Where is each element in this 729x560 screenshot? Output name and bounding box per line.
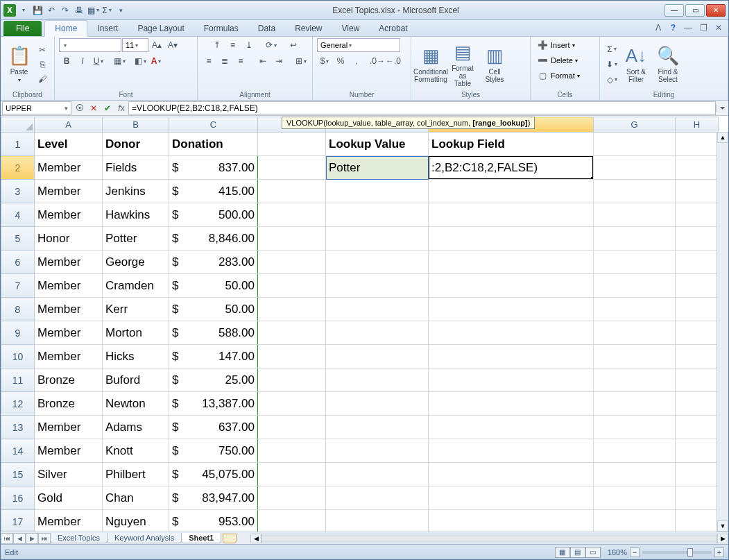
cell-H3[interactable] <box>676 180 719 203</box>
cell-E15[interactable] <box>326 463 429 486</box>
paste-button[interactable]: 📋 Paste ▾ <box>5 42 33 87</box>
tab-nav-next-icon[interactable]: ▶ <box>26 533 38 544</box>
cell-D7[interactable] <box>258 274 326 298</box>
cell-F17[interactable] <box>429 510 594 532</box>
cell-H7[interactable] <box>676 274 719 298</box>
cell-B9[interactable]: Morton <box>103 321 169 345</box>
align-middle-icon[interactable]: ≡ <box>225 38 241 52</box>
border-icon[interactable]: ▦ <box>87 4 99 17</box>
cell-E7[interactable] <box>326 274 429 298</box>
cell-A1[interactable]: Level <box>35 133 103 156</box>
cell-F9[interactable] <box>429 321 594 345</box>
row-header-5[interactable]: 5 <box>1 227 35 251</box>
cell-E1[interactable]: Lookup Value <box>326 133 429 156</box>
new-sheet-button[interactable] <box>223 534 237 543</box>
cell-A12[interactable]: Bronze <box>35 392 103 416</box>
cell-B10[interactable]: Hicks <box>103 345 169 368</box>
cell-E12[interactable] <box>326 392 429 416</box>
cell-E9[interactable] <box>326 321 429 345</box>
clear-button-icon[interactable]: ◇ <box>604 73 619 87</box>
cell-B11[interactable]: Buford <box>103 368 169 392</box>
cell-H8[interactable] <box>676 298 719 321</box>
cell-D3[interactable] <box>258 180 326 203</box>
borders-icon[interactable]: ▦ <box>112 54 127 68</box>
cell-C8[interactable]: $50.00 <box>169 298 258 321</box>
cell-A6[interactable]: Member <box>35 251 103 274</box>
cell-B5[interactable]: Potter <box>103 227 169 251</box>
comma-format-icon[interactable]: , <box>349 54 364 68</box>
name-box[interactable]: UPPER▾ <box>2 101 71 115</box>
cell-F7[interactable] <box>429 274 594 298</box>
tab-acrobat[interactable]: Acrobat <box>369 21 417 36</box>
undo-icon[interactable]: ↶ <box>45 4 58 17</box>
row-header-4[interactable]: 4 <box>1 203 35 227</box>
cell-A17[interactable]: Member <box>35 510 103 532</box>
cell-F11[interactable] <box>429 368 594 392</box>
cell-H17[interactable] <box>676 510 719 532</box>
cell-C7[interactable]: $50.00 <box>169 274 258 298</box>
cell-styles-button[interactable]: ▥Cell Styles <box>479 42 510 87</box>
cell-H12[interactable] <box>676 392 719 416</box>
decrease-indent-icon[interactable]: ⇤ <box>255 54 271 68</box>
cell-G13[interactable] <box>594 416 676 439</box>
align-left-icon[interactable]: ≡ <box>201 54 216 68</box>
cell-G10[interactable] <box>594 345 676 368</box>
cell-B6[interactable]: George <box>103 251 169 274</box>
row-header-8[interactable]: 8 <box>1 298 35 321</box>
tab-nav-first-icon[interactable]: ⏮ <box>1 533 13 544</box>
select-all-button[interactable] <box>1 117 35 133</box>
cell-B17[interactable]: Nguyen <box>103 510 169 532</box>
row-header-6[interactable]: 6 <box>1 251 35 274</box>
cell-H5[interactable] <box>676 227 719 251</box>
accounting-format-icon[interactable]: $ <box>317 54 332 68</box>
cell-F1[interactable]: Lookup Field <box>429 133 594 156</box>
increase-indent-icon[interactable]: ⇥ <box>271 54 286 68</box>
cell-D17[interactable] <box>258 510 326 532</box>
insert-cells-button[interactable]: ➕Insert▾ <box>535 38 575 52</box>
cell-B8[interactable]: Kerr <box>103 298 169 321</box>
cell-H14[interactable] <box>676 439 719 463</box>
formula-input[interactable]: =VLOOKUP(E2,B2:C18,2,FALSE) VLOOKUP(look… <box>128 101 716 115</box>
cell-H13[interactable] <box>676 416 719 439</box>
cell-H10[interactable] <box>676 345 719 368</box>
tab-view[interactable]: View <box>332 21 370 36</box>
maximize-button[interactable]: ▭ <box>685 4 705 17</box>
cell-F4[interactable] <box>429 203 594 227</box>
zoom-control[interactable]: 160% − + <box>608 548 724 557</box>
cancel-edit-icon[interactable]: ✕ <box>87 101 101 115</box>
cell-C2[interactable]: $837.00 <box>169 156 258 180</box>
workbook-minimize-icon[interactable]: ― <box>683 22 694 33</box>
cell-B16[interactable]: Chan <box>103 486 169 510</box>
horizontal-scrollbar[interactable]: ◀ ▶ <box>250 534 728 543</box>
sheet-tab-keyword-analysis[interactable]: Keyword Analysis <box>107 533 182 543</box>
format-as-table-button[interactable]: ▤Format as Table <box>447 42 478 87</box>
autosum-button-icon[interactable]: Σ <box>604 42 619 56</box>
cell-D12[interactable] <box>258 392 326 416</box>
scroll-right-icon[interactable]: ▶ <box>717 534 728 543</box>
cell-G4[interactable] <box>594 203 676 227</box>
cell-D6[interactable] <box>258 251 326 274</box>
minimize-ribbon-icon[interactable]: ᐱ <box>653 22 664 33</box>
sort-filter-button[interactable]: A↓Sort & Filter <box>621 42 651 87</box>
sheet-tab-sheet1[interactable]: Sheet1 <box>181 533 221 543</box>
cell-D11[interactable] <box>258 368 326 392</box>
row-header-10[interactable]: 10 <box>1 345 35 368</box>
orientation-icon[interactable]: ⟳ <box>264 38 279 52</box>
cell-G9[interactable] <box>594 321 676 345</box>
scroll-up-icon[interactable]: ▲ <box>717 132 728 143</box>
format-painter-icon[interactable]: 🖌 <box>35 72 50 86</box>
cell-H16[interactable] <box>676 486 719 510</box>
cell-A15[interactable]: Silver <box>35 463 103 486</box>
enter-edit-icon[interactable]: ✔ <box>101 101 114 115</box>
tab-insert[interactable]: Insert <box>87 21 128 36</box>
cell-H6[interactable] <box>676 251 719 274</box>
tab-nav-last-icon[interactable]: ⏭ <box>38 533 51 544</box>
cell-A9[interactable]: Member <box>35 321 103 345</box>
cell-C11[interactable]: $25.00 <box>169 368 258 392</box>
cell-B2[interactable]: Fields <box>103 156 169 180</box>
cell-G15[interactable] <box>594 463 676 486</box>
insert-function-icon[interactable]: fx <box>114 101 128 115</box>
cell-E3[interactable] <box>326 180 429 203</box>
number-format-select[interactable]: General <box>317 38 400 52</box>
row-header-12[interactable]: 12 <box>1 392 35 416</box>
